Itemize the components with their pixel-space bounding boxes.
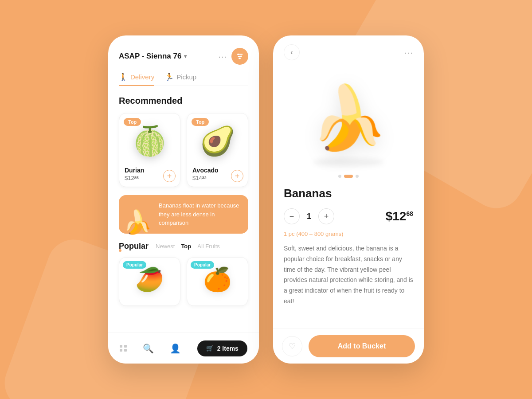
durian-image: 🍈 [125, 119, 175, 163]
right-phone-content: ‹ ··· 🍌 Bananas − 1 + [273, 35, 424, 328]
grid-icon [120, 345, 127, 352]
detail-header: ‹ ··· [284, 44, 413, 60]
product-more-options[interactable]: ··· [404, 47, 413, 58]
phones-container: ASAP - Sienna 76 ▾ ··· [108, 35, 424, 364]
indicator-dot-1 [338, 175, 341, 178]
pop-tab-top[interactable]: Top [181, 243, 191, 250]
info-banner: 🍌 Bananas float in water because they ar… [119, 195, 248, 234]
quantity-display: 1 [307, 212, 311, 221]
popular-row: Popular 🥭 Popular 🍊 [119, 257, 248, 313]
banner-text: Bananas float in water because they are … [159, 201, 241, 227]
banana-emoji: 🍌 [310, 87, 387, 149]
durian-emoji: 🍈 [132, 125, 168, 158]
tab-pickup[interactable]: 🏃 Pickup [165, 73, 196, 86]
add-to-bucket-button[interactable]: Add to Bucket [309, 335, 415, 357]
popular-header: Popular Newest Top All Fruits [119, 242, 248, 251]
indicator-dot-2 [344, 175, 353, 178]
pop-tab-allfruits[interactable]: All Fruits [197, 243, 220, 250]
popular-title: Popular [119, 242, 149, 251]
nav-profile[interactable]: 👤 [170, 343, 181, 354]
fruit-card-durian[interactable]: Top 🍈 Durian $1285 + [119, 113, 180, 187]
mango-image: 🥭 [124, 262, 176, 297]
mango-emoji: 🥭 [135, 266, 164, 293]
cart-button[interactable]: 🛒 2 Items [197, 340, 247, 356]
favorite-button[interactable]: ♡ [282, 336, 302, 356]
tab-delivery[interactable]: 🚶 Delivery [119, 73, 154, 86]
recommended-title: Recommended [119, 96, 248, 106]
increase-qty-button[interactable]: + [318, 208, 334, 224]
delivery-icon: 🚶 [119, 73, 128, 81]
decrease-qty-button[interactable]: − [284, 208, 300, 224]
left-phone: ASAP - Sienna 76 ▾ ··· [108, 35, 259, 364]
pickup-icon: 🏃 [165, 73, 174, 81]
add-durian-button[interactable]: + [163, 170, 176, 182]
recommended-row: Top 🍈 Durian $1285 + Top 🥑 A [119, 113, 248, 187]
fruit-card-avocado[interactable]: Top 🥑 Avocado $1432 + [187, 113, 248, 187]
svg-point-5 [239, 58, 240, 59]
right-phone: ‹ ··· 🍌 Bananas − 1 + [273, 35, 424, 364]
left-phone-content: ASAP - Sienna 76 ▾ ··· [108, 35, 259, 332]
pop-tab-newest[interactable]: Newest [156, 243, 175, 250]
chevron-down-icon: ▾ [184, 53, 187, 59]
more-options-button[interactable]: ··· [218, 51, 227, 62]
orange-image: 🍊 [192, 262, 243, 297]
header-actions: ··· [218, 48, 248, 65]
store-name[interactable]: ASAP - Sienna 76 ▾ [119, 52, 187, 61]
back-button[interactable]: ‹ [284, 44, 300, 60]
filter-button[interactable] [231, 48, 248, 65]
nav-home[interactable] [120, 345, 127, 352]
cart-label: 2 Items [217, 345, 239, 352]
detail-bottom: ♡ Add to Bucket [273, 328, 424, 364]
product-name: Bananas [284, 187, 413, 200]
heart-icon: ♡ [289, 341, 296, 351]
delivery-tabs: 🚶 Delivery 🏃 Pickup [119, 73, 248, 86]
avocado-emoji: 🥑 [200, 125, 235, 158]
search-icon: 🔍 [143, 343, 154, 354]
popular-card-orange[interactable]: Popular 🍊 [187, 257, 248, 306]
qty-price-row: − 1 + $1268 [284, 208, 413, 224]
avocado-image: 🥑 [192, 119, 243, 163]
nav-search[interactable]: 🔍 [143, 343, 154, 354]
store-header: ASAP - Sienna 76 ▾ ··· [119, 48, 248, 65]
popular-card-mango[interactable]: Popular 🥭 [119, 257, 180, 306]
indicator-dot-3 [356, 175, 359, 178]
add-avocado-button[interactable]: + [231, 170, 243, 182]
product-image-area: 🍌 [284, 65, 413, 171]
profile-icon: 👤 [170, 343, 181, 354]
bottom-nav: 🔍 👤 🛒 2 Items [108, 332, 259, 364]
quantity-control: − 1 + [284, 208, 334, 224]
cart-icon: 🛒 [206, 345, 214, 352]
weight-badge: 1 pc (400 – 800 grams) [284, 231, 413, 237]
orange-emoji: 🍊 [203, 266, 232, 293]
svg-point-4 [240, 55, 242, 57]
svg-point-3 [238, 54, 239, 55]
product-description: Soft, sweet and delicious, the banana is… [284, 243, 413, 307]
banner-fruit-icon: 🍌 [123, 211, 152, 234]
image-indicators [284, 175, 413, 178]
product-shadow [313, 158, 384, 167]
popular-tabs: Newest Top All Fruits [156, 243, 220, 250]
filter-icon [236, 52, 244, 60]
product-price: $1268 [386, 209, 413, 223]
